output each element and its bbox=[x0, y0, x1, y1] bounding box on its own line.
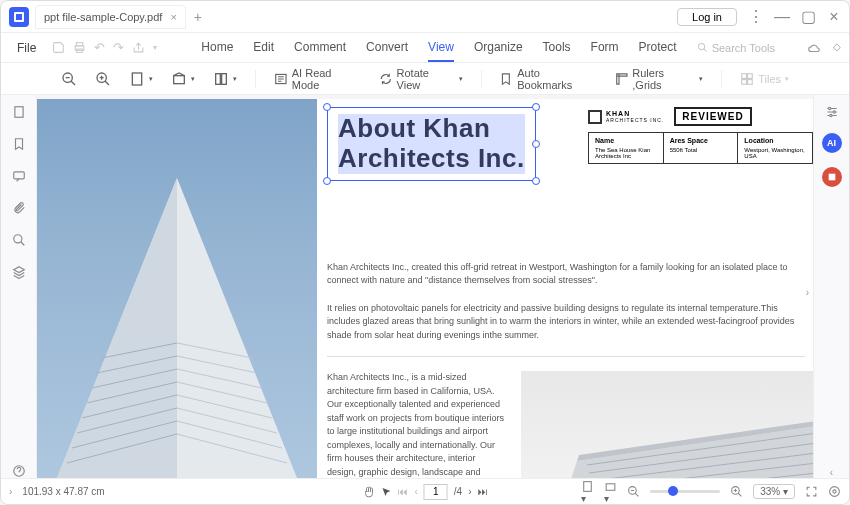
collapse-ribbon-icon[interactable]: ◇ bbox=[833, 41, 841, 55]
qat-dropdown-icon[interactable]: ▾ bbox=[153, 43, 157, 52]
help-icon[interactable] bbox=[12, 464, 26, 478]
resize-handle[interactable] bbox=[323, 177, 331, 185]
read-mode-icon[interactable] bbox=[828, 485, 841, 498]
paragraph: It relies on photovoltaic panels for ele… bbox=[327, 302, 813, 343]
tab-form[interactable]: Form bbox=[591, 34, 619, 62]
zoom-in-button[interactable] bbox=[95, 71, 111, 87]
svg-marker-22 bbox=[57, 178, 177, 478]
search-tools[interactable]: Search Tools bbox=[697, 42, 775, 54]
doc-header-right: KHAN ARCHITECTS INC. REVIEWED NameThe Se… bbox=[588, 107, 813, 164]
maximize-icon[interactable]: ▢ bbox=[801, 10, 815, 24]
svg-rect-10 bbox=[216, 73, 221, 84]
tab-protect[interactable]: Protect bbox=[639, 34, 677, 62]
zoom-slider-knob[interactable] bbox=[668, 486, 678, 496]
svg-rect-8 bbox=[132, 73, 141, 85]
svg-rect-1 bbox=[16, 14, 22, 20]
close-window-icon[interactable]: × bbox=[827, 10, 841, 24]
first-page-icon[interactable]: ⏮ bbox=[398, 486, 408, 497]
secondary-image bbox=[521, 371, 813, 478]
app-logo-icon bbox=[9, 7, 29, 27]
svg-point-48 bbox=[833, 111, 835, 113]
building-illustration bbox=[47, 178, 307, 478]
tab-edit[interactable]: Edit bbox=[253, 34, 274, 62]
ai-tool-icon[interactable] bbox=[822, 167, 842, 187]
tab-home[interactable]: Home bbox=[201, 34, 233, 62]
expand-left-icon[interactable]: › bbox=[9, 486, 12, 497]
svg-rect-13 bbox=[742, 73, 747, 78]
save-icon[interactable] bbox=[52, 41, 65, 54]
layers-icon[interactable] bbox=[12, 265, 26, 279]
thumbnails-icon[interactable] bbox=[12, 105, 26, 119]
tab-comment[interactable]: Comment bbox=[294, 34, 346, 62]
fit-page-button[interactable]: ▾ bbox=[129, 71, 153, 87]
svg-rect-17 bbox=[14, 107, 22, 118]
svg-point-19 bbox=[13, 235, 21, 243]
properties-icon[interactable] bbox=[825, 105, 839, 119]
svg-rect-11 bbox=[222, 73, 227, 84]
next-page-icon[interactable]: › bbox=[468, 486, 471, 497]
add-tab-button[interactable]: + bbox=[194, 9, 202, 25]
auto-bookmarks-button[interactable]: Auto Bookmarks bbox=[499, 67, 596, 91]
resize-handle[interactable] bbox=[532, 140, 540, 148]
zoom-percent[interactable]: 33% ▾ bbox=[753, 484, 795, 499]
cloud-icon[interactable] bbox=[807, 41, 821, 55]
svg-rect-18 bbox=[13, 172, 24, 179]
file-menu[interactable]: File bbox=[9, 37, 44, 59]
attachments-icon[interactable] bbox=[12, 201, 26, 215]
paragraph: Khan Architects Inc., created this off-g… bbox=[327, 261, 813, 288]
close-tab-icon[interactable]: × bbox=[170, 11, 176, 23]
resize-handle[interactable] bbox=[532, 177, 540, 185]
search-icon[interactable] bbox=[12, 233, 26, 247]
hand-tool-icon[interactable] bbox=[362, 486, 374, 498]
ai-assistant-icon[interactable]: AI bbox=[822, 133, 842, 153]
scroll-right-icon[interactable]: › bbox=[806, 287, 809, 298]
undo-icon[interactable]: ↶ bbox=[94, 40, 105, 55]
navigation-button[interactable]: ▾ bbox=[213, 71, 237, 87]
tab-organize[interactable]: Organize bbox=[474, 34, 523, 62]
more-icon[interactable]: ⋮ bbox=[749, 10, 763, 24]
zoom-in-icon[interactable] bbox=[730, 485, 743, 498]
redo-icon[interactable]: ↷ bbox=[113, 40, 124, 55]
select-tool-icon[interactable] bbox=[380, 486, 392, 498]
page-display-button[interactable]: ▾ bbox=[171, 71, 195, 87]
comments-icon[interactable] bbox=[12, 169, 26, 183]
zoom-out-icon[interactable] bbox=[627, 485, 640, 498]
document-tab[interactable]: ppt file-sample-Copy.pdf × bbox=[35, 5, 186, 29]
bookmarks-icon[interactable] bbox=[12, 137, 26, 151]
fullscreen-icon[interactable] bbox=[805, 485, 818, 498]
zoom-slider[interactable] bbox=[650, 490, 720, 493]
tab-convert[interactable]: Convert bbox=[366, 34, 408, 62]
expand-right-icon[interactable]: ‹ bbox=[830, 467, 833, 478]
rotate-view-button[interactable]: Rotate View▾ bbox=[379, 67, 463, 91]
selected-text-frame[interactable]: About KhanArchitects Inc. bbox=[327, 107, 536, 181]
zoom-out-button[interactable] bbox=[61, 71, 77, 87]
svg-point-5 bbox=[698, 43, 704, 49]
single-page-icon[interactable]: ▾ bbox=[604, 480, 617, 504]
minimize-icon[interactable]: — bbox=[775, 10, 789, 24]
cursor-position: 101.93 x 47.87 cm bbox=[22, 486, 104, 497]
status-bar: › 101.93 x 47.87 cm ⏮ ‹ /4 › ⏭ ▾ ▾ 33% ▾ bbox=[1, 478, 849, 504]
resize-handle[interactable] bbox=[532, 103, 540, 111]
last-page-icon[interactable]: ⏭ bbox=[478, 486, 488, 497]
fit-width-icon[interactable]: ▾ bbox=[581, 480, 594, 504]
tab-view[interactable]: View bbox=[428, 34, 454, 62]
svg-point-55 bbox=[830, 487, 840, 497]
resize-handle[interactable] bbox=[323, 103, 331, 111]
share-icon[interactable] bbox=[132, 41, 145, 54]
titlebar: ppt file-sample-Copy.pdf × + Log in ⋮ — … bbox=[1, 1, 849, 33]
login-button[interactable]: Log in bbox=[677, 8, 737, 26]
rulers-grids-button[interactable]: Rulers ,Grids▾ bbox=[615, 67, 704, 91]
page-number-input[interactable] bbox=[424, 484, 448, 500]
prev-page-icon[interactable]: ‹ bbox=[414, 486, 417, 497]
ai-read-mode-button[interactable]: AI Read Mode bbox=[274, 67, 361, 91]
print-icon[interactable] bbox=[73, 41, 86, 54]
hero-image bbox=[37, 99, 317, 478]
tiles-button[interactable]: Tiles▾ bbox=[740, 72, 789, 86]
divider bbox=[327, 356, 805, 357]
menu-tabs: Home Edit Comment Convert View Organize … bbox=[201, 34, 676, 62]
svg-rect-51 bbox=[584, 481, 592, 491]
document-canvas[interactable]: About KhanArchitects Inc. KHAN ARCHITECT… bbox=[37, 95, 813, 478]
page: About KhanArchitects Inc. KHAN ARCHITECT… bbox=[37, 99, 813, 478]
tab-tools[interactable]: Tools bbox=[543, 34, 571, 62]
reviewed-stamp: REVIEWED bbox=[674, 107, 751, 126]
